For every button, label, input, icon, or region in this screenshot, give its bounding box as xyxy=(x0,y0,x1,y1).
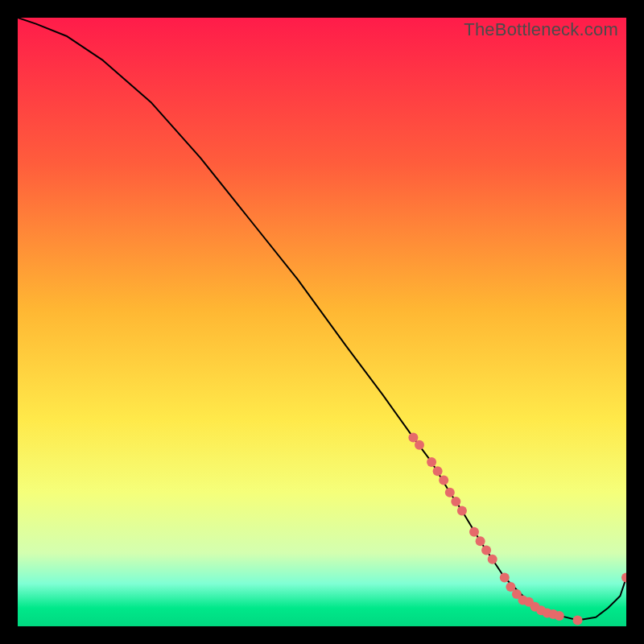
highlight-dot xyxy=(439,476,448,485)
highlight-dot xyxy=(500,573,510,583)
bottleneck-curve xyxy=(18,18,626,620)
highlight-dot xyxy=(573,615,583,625)
highlight-dot xyxy=(451,497,460,506)
highlight-dot xyxy=(415,440,424,450)
highlight-dot xyxy=(481,546,491,555)
highlight-dot xyxy=(427,457,436,467)
plot-area: TheBottleneck.com xyxy=(18,18,626,626)
highlight-dot xyxy=(488,555,497,564)
chart-svg xyxy=(18,18,626,626)
highlight-dot xyxy=(476,536,485,546)
highlight-dot xyxy=(555,611,564,621)
highlight-dots xyxy=(408,433,626,625)
highlight-dot xyxy=(433,466,443,476)
highlight-dot xyxy=(445,488,455,497)
highlight-dot xyxy=(457,506,467,515)
highlight-dot xyxy=(621,573,626,583)
chart-stage: TheBottleneck.com xyxy=(0,0,644,644)
highlight-dot xyxy=(469,527,479,537)
